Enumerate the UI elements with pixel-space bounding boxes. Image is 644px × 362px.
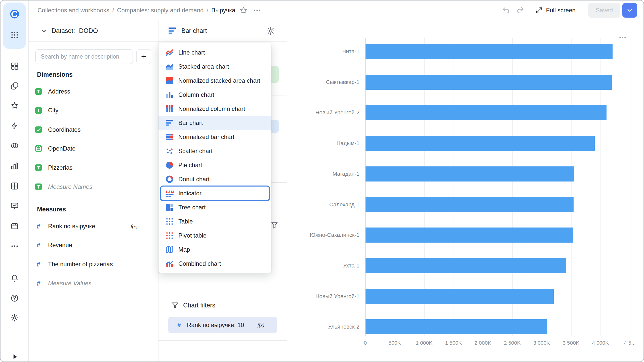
settings-gear-icon[interactable] — [10, 313, 19, 323]
dataset-label: Dataset: — [52, 27, 75, 34]
number-field-icon: # — [175, 321, 183, 329]
menu-item-tree-chart[interactable]: Tree chart — [158, 200, 271, 214]
bar-салехард-1[interactable] — [366, 197, 574, 212]
menu-item-table[interactable]: Table — [158, 214, 271, 229]
svg-text:f(x): f(x) — [258, 323, 264, 328]
field-item-measure-names[interactable]: TMeasure Names — [34, 179, 151, 194]
menu-item-label: Combined chart — [178, 260, 221, 267]
menu-item-map[interactable]: Map — [158, 243, 271, 257]
type-date-icon — [34, 145, 43, 153]
svg-text:T: T — [37, 184, 40, 190]
filter-chip[interactable]: # Rank по выручке: 10 f(x) — [168, 317, 277, 333]
field-item-revenue[interactable]: #Revenue — [34, 238, 151, 253]
menu-item-pie-chart[interactable]: Pie chart — [158, 158, 271, 172]
add-field-button[interactable] — [136, 49, 151, 64]
bar-ульяновск-2[interactable] — [366, 319, 547, 334]
dashboards-monitor-icon[interactable] — [10, 201, 19, 211]
apps-grid-icon[interactable] — [10, 30, 19, 40]
filter-chip-label: Rank по выручке: 10 — [187, 322, 244, 329]
menu-item-label: Table — [178, 218, 193, 225]
field-item-opendate[interactable]: OpenDate — [34, 141, 151, 156]
breadcrumb-workbook[interactable]: Companies: supply and demand — [117, 7, 204, 14]
collections-icon[interactable] — [10, 61, 19, 71]
type-string-icon: T — [34, 183, 43, 191]
sidebar-rail — [1, 1, 29, 361]
menu-item-column-chart[interactable]: Column chart — [158, 88, 271, 102]
help-question-icon[interactable] — [10, 293, 19, 303]
value-tick-label: 500K — [388, 340, 401, 346]
dataset-selector[interactable]: Dataset: DODO — [28, 20, 158, 42]
menu-item-normalized-stacked-area-chart[interactable]: Normalized stacked area chart — [158, 74, 271, 88]
services-box-icon[interactable] — [10, 221, 19, 231]
plot-area — [365, 38, 643, 336]
bar-южно-сахалинск-1[interactable] — [366, 228, 573, 243]
bar-новый-уренгой-1[interactable] — [366, 289, 554, 304]
menu-item-donut-chart[interactable]: Donut chart — [158, 172, 271, 186]
favorites-star-icon[interactable] — [10, 101, 19, 110]
quick-actions-bolt-icon[interactable] — [10, 121, 19, 130]
breadcrumb: Collections and workbooks / Companies: s… — [37, 7, 235, 14]
relations-icon[interactable] — [10, 141, 19, 151]
menu-item-stacked-area-chart[interactable]: Stacked area chart — [158, 60, 271, 74]
normalized-column-chart-icon — [165, 105, 174, 113]
field-item-measure-values[interactable]: #Measure Values — [34, 276, 151, 291]
breadcrumb-more-icon[interactable] — [253, 6, 261, 15]
column-chart-icon — [165, 90, 174, 99]
field-item-coordinates[interactable]: Coordinates — [34, 122, 151, 137]
field-item-the-number-of-pizzerias[interactable]: #The number of pizzerias — [34, 257, 151, 272]
menu-item-label: Map — [178, 246, 190, 253]
menu-item-normalized-column-chart[interactable]: Normalized column chart — [158, 102, 271, 116]
undo-icon[interactable] — [502, 6, 510, 15]
chart-type-selector[interactable]: Bar chart — [158, 20, 287, 42]
plus-icon — [140, 53, 148, 60]
full-screen-button[interactable]: Full screen — [534, 6, 577, 15]
breadcrumb-collections[interactable]: Collections and workbooks — [37, 7, 109, 14]
tables-icon[interactable] — [10, 181, 19, 191]
menu-item-label: Line chart — [178, 49, 205, 56]
saved-button[interactable]: Saved — [588, 3, 620, 18]
table-icon — [165, 217, 174, 226]
chart-menu-button[interactable] — [618, 33, 627, 42]
field-search-input[interactable] — [35, 49, 133, 64]
menu-item-normalized-bar-chart[interactable]: Normalized bar chart — [158, 130, 271, 144]
field-item-city[interactable]: TCity — [34, 103, 151, 118]
more-ellipsis-icon[interactable] — [10, 241, 19, 251]
type-string-icon: T — [34, 164, 43, 172]
header: Collections and workbooks / Companies: s… — [28, 1, 643, 20]
settings-gear-icon[interactable] — [266, 26, 275, 35]
category-label: Чита-1 — [287, 48, 359, 55]
bar-чита-1[interactable] — [366, 44, 613, 59]
menu-item-combined-chart[interactable]: Combined chart — [158, 257, 271, 271]
bar-новый-уренгой-2[interactable] — [366, 105, 607, 120]
menu-item-pivot-table[interactable]: Pivot table — [158, 229, 271, 243]
bar-ухта-1[interactable] — [366, 258, 566, 273]
redo-icon[interactable] — [516, 6, 525, 15]
favorite-star-icon[interactable] — [239, 6, 248, 15]
field-label: Pizzerias — [48, 164, 72, 171]
full-screen-label: Full screen — [546, 7, 576, 14]
field-item-pizzerias[interactable]: TPizzerias — [34, 160, 151, 175]
menu-item-scatter-chart[interactable]: Scatter chart — [158, 144, 271, 158]
notifications-bell-icon[interactable] — [10, 273, 19, 283]
breadcrumb-separator: / — [207, 7, 208, 14]
workbooks-icon[interactable] — [10, 81, 19, 91]
field-item-rank-по-выручке[interactable]: #Rank по выручкеf(x) — [34, 219, 151, 234]
menu-item-label: Tree chart — [178, 204, 206, 211]
collapse-panel-icon[interactable] — [10, 352, 19, 361]
field-item-address[interactable]: TAddress — [34, 84, 151, 99]
combined-chart-icon — [165, 259, 174, 268]
bar-сыктывкар-1[interactable] — [366, 75, 612, 90]
chevron-down-icon — [40, 27, 48, 35]
charts-icon[interactable] — [10, 161, 19, 171]
menu-item-indicator[interactable]: 1.2 MIndicator — [158, 186, 271, 200]
menu-item-bar-chart[interactable]: Bar chart — [158, 116, 271, 130]
value-tick-label: 3 500K — [563, 340, 580, 346]
menu-item-line-chart[interactable]: Line chart — [158, 46, 271, 60]
bar-надым-1[interactable] — [366, 136, 595, 151]
measures-title: Measures — [37, 206, 66, 213]
bar-магадан-1[interactable] — [366, 166, 574, 182]
save-dropdown-button[interactable] — [622, 3, 637, 18]
svg-text:#: # — [37, 260, 41, 268]
value-tick-label: 4 000K — [592, 340, 609, 346]
datalens-logo-icon[interactable] — [10, 9, 19, 19]
